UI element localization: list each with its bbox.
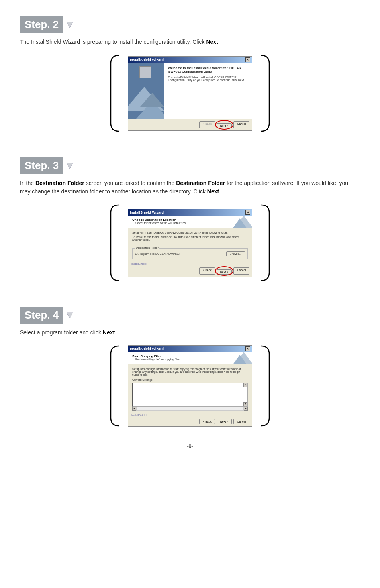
destination-path: E:\Program Files\IOGEAR\GWP512\ [135, 252, 180, 255]
dialog3-current-label: Current Settings: [132, 378, 248, 381]
step2-desc-post: . [218, 39, 220, 45]
next-button[interactable]: Next > [217, 123, 232, 128]
dialog2-titlebar: InstallShield Wizard × [128, 209, 252, 216]
dialog1-body: The InstallShield® Wizard will install I… [168, 76, 248, 81]
installer-dialog-welcome: InstallShield Wizard × Welcome to the In… [128, 56, 252, 131]
step2-badge: Step. 2 [20, 16, 63, 33]
dialog3-title: InstallShield Wizard [130, 347, 164, 351]
wizard-side-graphic [128, 63, 164, 119]
svg-marker-0 [67, 22, 73, 28]
installer-dialog-destination: InstallShield Wizard × Choose Destinatio… [128, 209, 252, 277]
page-number: -9- [20, 444, 360, 449]
scroll-up-icon[interactable]: ▲ [243, 383, 247, 387]
step4-desc-post: . [115, 329, 116, 336]
corner-graphic [230, 352, 252, 364]
t: Destination Folder [176, 180, 225, 186]
dialog2-buttons: < Back Next > Cancel [128, 265, 252, 277]
cancel-button[interactable]: Cancel [233, 419, 249, 424]
right-bracket-icon [259, 53, 271, 133]
step4-desc: Select a program folder and click Next. [20, 328, 360, 337]
step2-figure: InstallShield Wizard × Welcome to the In… [20, 53, 360, 133]
close-icon[interactable]: × [245, 210, 250, 215]
step3-badge: Step. 3 [20, 157, 63, 174]
browse-button[interactable]: Browse... [226, 251, 245, 256]
dialog2-title: InstallShield Wizard [130, 210, 164, 214]
package-icon [139, 66, 151, 78]
dialog3-buttons: < Back Next > Cancel [128, 417, 252, 426]
left-bracket-icon [109, 203, 121, 283]
close-icon[interactable]: × [245, 346, 250, 351]
svg-marker-2 [67, 313, 73, 318]
corner-graphic [230, 216, 252, 228]
dialog2-line1: Setup will install IOGEAR GWP512 Configu… [132, 231, 248, 234]
t: Next [207, 188, 219, 195]
installer-dialog-start-copy: InstallShield Wizard × Start Copying Fil… [128, 345, 252, 427]
chevron-down-icon [66, 312, 74, 319]
step4-desc-bold: Next [103, 329, 115, 336]
current-settings-textarea[interactable]: ▲ ▼ [132, 383, 248, 407]
step4-badge: Step. 4 [20, 307, 63, 324]
next-button[interactable]: Next > [217, 269, 232, 275]
back-button[interactable]: < Back [199, 267, 215, 275]
step3-desc: In the Destination Folder screen you are… [20, 179, 360, 196]
installshield-label: InstallShield [131, 262, 252, 265]
horizontal-scrollbar[interactable]: ◄ ► [132, 407, 248, 411]
cancel-button[interactable]: Cancel [233, 267, 249, 275]
chevron-down-icon [66, 162, 74, 169]
scroll-down-icon[interactable]: ▼ [243, 402, 247, 406]
step4-figure: InstallShield Wizard × Start Copying Fil… [20, 344, 360, 428]
step2-desc: The InstallShield Wizard is preparing to… [20, 38, 360, 46]
back-button[interactable]: < Back [199, 419, 215, 424]
destination-folder-label: Destination Folder [135, 246, 159, 249]
cancel-button[interactable]: Cancel [233, 121, 249, 128]
step2-desc-bold: Next [206, 39, 218, 45]
back-button: < Back [199, 121, 215, 128]
installshield-label: InstallShield [131, 414, 252, 417]
step2-desc-pre: The InstallShield Wizard is preparing to… [20, 39, 206, 45]
step2-header: Step. 2 [20, 16, 74, 33]
step3-header: Step. 3 [20, 157, 74, 174]
svg-marker-1 [67, 163, 73, 169]
destination-folder-group: Destination Folder E:\Program Files\IOGE… [132, 248, 248, 259]
dialog1-title: InstallShield Wizard [130, 58, 164, 62]
dialog2-line2: To install to this folder, click Next. T… [132, 236, 248, 241]
next-button[interactable]: Next > [217, 419, 232, 424]
dialog1-buttons: < Back Next > Cancel [128, 119, 252, 130]
t: Destination Folder [35, 180, 84, 186]
left-bracket-icon [109, 344, 121, 428]
dialog3-line1: Setup has enough information to start co… [132, 368, 248, 376]
dialog1-titlebar: InstallShield Wizard × [128, 57, 252, 63]
dialog1-heading: Welcome to the InstallShield Wizard for … [168, 66, 248, 73]
right-bracket-icon [259, 203, 271, 283]
left-bracket-icon [109, 53, 121, 133]
close-icon[interactable]: × [245, 57, 250, 62]
dialog3-titlebar: InstallShield Wizard × [128, 346, 252, 352]
scroll-left-icon[interactable]: ◄ [132, 407, 136, 411]
step4-desc-pre: Select a program folder and click [20, 329, 103, 336]
t: screen you are asked to confirm the [84, 180, 176, 186]
step3-figure: InstallShield Wizard × Choose Destinatio… [20, 203, 360, 283]
right-bracket-icon [259, 344, 271, 428]
scroll-track[interactable] [136, 407, 244, 411]
step4-header: Step. 4 [20, 307, 74, 324]
chevron-down-icon [66, 21, 74, 28]
t: In the [20, 180, 35, 186]
scroll-right-icon[interactable]: ► [244, 407, 248, 411]
t: . [219, 188, 221, 195]
